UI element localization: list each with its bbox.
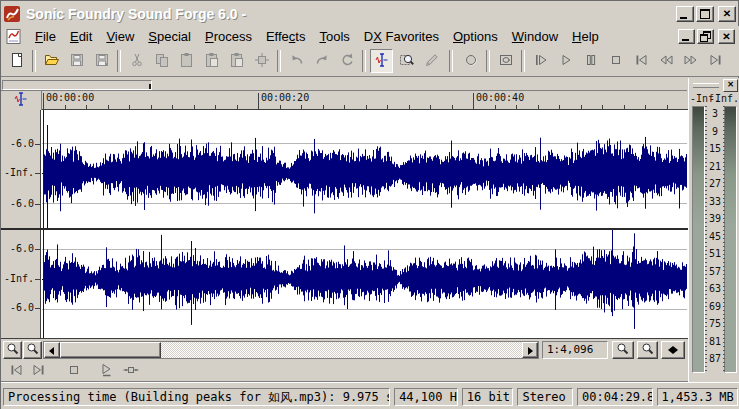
edit-tool-button[interactable] <box>370 49 393 73</box>
go-to-end-icon <box>31 362 47 381</box>
mdi-restore-button[interactable] <box>697 29 714 44</box>
loop-playback-button[interactable] <box>494 49 517 73</box>
save-as-button[interactable] <box>90 49 113 73</box>
menu-dx-favorites[interactable]: DX Favorites <box>357 27 446 46</box>
ruler-minor-tick <box>323 105 324 109</box>
data-window: 00:00:0000:00:2000:00:40 -6.0-Inf.-6.0-6… <box>1 78 688 382</box>
zoom-window-button[interactable] <box>661 341 685 359</box>
cut-button[interactable] <box>125 49 148 73</box>
status-channels[interactable]: Stereo <box>517 388 573 406</box>
playbar-go-to-end-button[interactable] <box>29 362 49 380</box>
menu-tools[interactable]: Tools <box>312 27 356 46</box>
document-icon[interactable] <box>6 29 22 44</box>
ruler-minor-tick <box>194 105 195 109</box>
menu-file[interactable]: File <box>28 27 63 46</box>
redo-button[interactable] <box>310 49 333 73</box>
ruler-minor-tick <box>301 105 302 109</box>
paste-special-button[interactable] <box>200 49 223 73</box>
level-label: -6.0 <box>10 138 34 149</box>
level-ruler[interactable]: -6.0-Inf.-6.0-6.0-Inf.-6.0 <box>1 110 41 338</box>
zoom-in-time-button[interactable] <box>612 341 634 359</box>
meter-scale-number: 81 <box>705 336 725 347</box>
playbar-stop-button[interactable] <box>64 362 84 380</box>
play-normal-icon <box>98 362 114 381</box>
scrollbar-thumb[interactable] <box>60 342 161 358</box>
meter-close-button[interactable]: ✕ <box>723 79 738 92</box>
toolbar-separator <box>32 50 36 72</box>
level-tick <box>35 204 40 205</box>
menu-options[interactable]: Options <box>446 27 505 46</box>
titlebar[interactable]: Sonic Foundry Sound Forge 6.0 - <box>1 1 739 26</box>
repeat-button[interactable] <box>335 49 358 73</box>
undo-button[interactable] <box>285 49 308 73</box>
open-button[interactable] <box>40 49 63 73</box>
playbar-go-to-start-button[interactable] <box>6 362 26 380</box>
minimize-button[interactable] <box>676 6 694 22</box>
playbar-remote-button[interactable] <box>121 362 141 380</box>
ruler-minor-tick <box>65 105 66 109</box>
mdi-minimize-button[interactable] <box>678 29 695 44</box>
status-bit-depth[interactable]: 16 bit <box>462 388 514 406</box>
playbar-play-normal-button[interactable] <box>96 362 116 380</box>
zoom-out-button[interactable] <box>3 341 22 359</box>
overview-bar[interactable] <box>1 79 687 91</box>
ruler-row: 00:00:0000:00:2000:00:40 <box>1 91 688 110</box>
close-button[interactable] <box>718 6 736 22</box>
meter-grip-handle[interactable] <box>693 83 719 88</box>
meter-scale-number: 51 <box>705 248 725 259</box>
status-sample-rate[interactable]: 44,100 Hz <box>394 388 458 406</box>
zoom-out-time-button[interactable] <box>637 341 658 359</box>
waveform-channel-right[interactable] <box>42 230 687 338</box>
menu-effects[interactable]: Effects <box>259 27 313 46</box>
overview-view-region[interactable] <box>2 80 152 90</box>
menu-help[interactable]: Help <box>565 27 606 46</box>
toolbar-separator <box>362 50 366 72</box>
magnify-button[interactable] <box>395 49 418 73</box>
menu-process[interactable]: Process <box>198 27 259 46</box>
rewind-button[interactable] <box>654 49 677 73</box>
waveform-channel-left[interactable] <box>42 110 687 228</box>
level-label: -Inf. <box>4 167 34 178</box>
sound-forge-window: Sonic Foundry Sound Forge 6.0 - FileEdit… <box>0 0 739 409</box>
edit-tool-icon <box>13 91 29 110</box>
menu-edit[interactable]: Edit <box>63 27 99 46</box>
mdi-close-button[interactable] <box>718 29 735 44</box>
stop-button[interactable] <box>604 49 627 73</box>
cut-icon <box>129 52 145 71</box>
menu-items: FileEditViewSpecialProcessEffectsToolsDX… <box>28 27 606 46</box>
paste-to-new-button[interactable] <box>225 49 248 73</box>
scroll-right-arrow[interactable] <box>522 342 538 358</box>
save-button[interactable] <box>65 49 88 73</box>
forward-button[interactable] <box>679 49 702 73</box>
maximize-button[interactable] <box>696 6 714 22</box>
channel-divider[interactable] <box>1 228 688 230</box>
ruler-minor-tick <box>172 105 173 109</box>
go-to-end-button[interactable] <box>704 49 727 73</box>
zoom-in-button[interactable] <box>23 341 42 359</box>
copy-button[interactable] <box>150 49 173 73</box>
time-ruler[interactable]: 00:00:0000:00:2000:00:40 <box>42 91 688 110</box>
new-button[interactable] <box>5 49 28 73</box>
menubar: FileEditViewSpecialProcessEffectsToolsDX… <box>1 26 739 47</box>
toolbar-separator <box>277 50 281 72</box>
pencil-button[interactable] <box>420 49 443 73</box>
play-button[interactable] <box>554 49 577 73</box>
go-to-start-button[interactable] <box>629 49 652 73</box>
statusbar: Processing time (Building peaks for 如风.m… <box>1 382 739 409</box>
menu-special[interactable]: Special <box>141 27 198 46</box>
paste-button[interactable] <box>175 49 198 73</box>
play-all-button[interactable] <box>529 49 552 73</box>
horizontal-scrollbar[interactable] <box>43 341 539 359</box>
trim-button[interactable] <box>250 49 273 73</box>
record-button[interactable] <box>459 49 482 73</box>
scroll-left-arrow[interactable] <box>44 342 60 358</box>
scroll-zoom-row: 1:4,096 <box>1 338 688 360</box>
menu-window[interactable]: Window <box>505 27 565 46</box>
ruler-minor-tick <box>516 105 517 109</box>
current-tool-indicator[interactable] <box>1 91 42 111</box>
ruler-minor-tick <box>344 105 345 109</box>
meter-right-label: -Inf. <box>709 93 739 104</box>
pause-button[interactable] <box>579 49 602 73</box>
menu-view[interactable]: View <box>99 27 141 46</box>
remote-icon <box>123 362 139 381</box>
